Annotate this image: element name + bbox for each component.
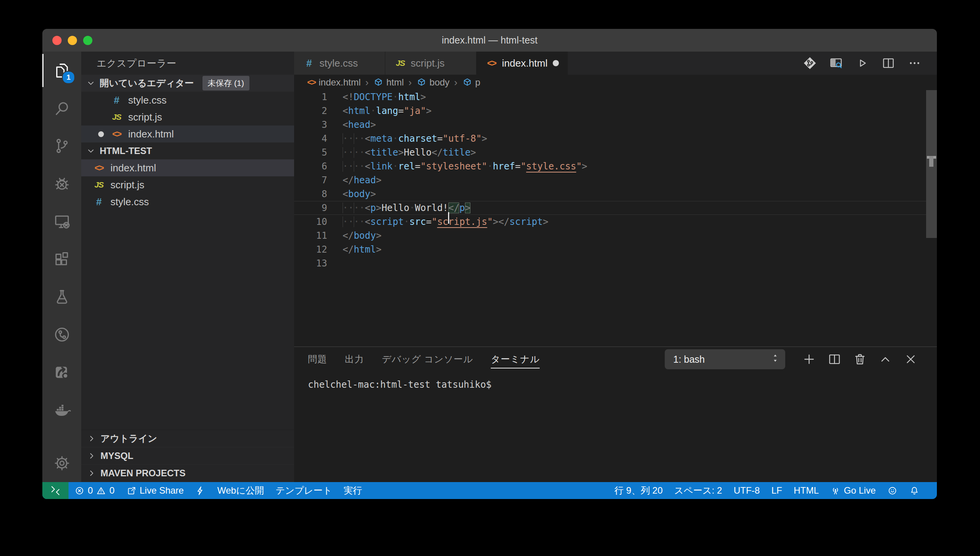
run-file-button[interactable] — [855, 56, 869, 70]
panel-controls: 1: bash — [665, 347, 937, 372]
tab-script.js[interactable]: JSscript.js — [385, 52, 477, 75]
code-line-4[interactable]: 4····<meta·charset="utf-8"> — [294, 132, 937, 146]
indent-whitespace: ···· — [343, 216, 365, 227]
activity-item-explorer[interactable]: 1 — [42, 52, 81, 89]
activity-item-deploy[interactable] — [42, 353, 81, 391]
maximize-panel-button[interactable] — [878, 352, 892, 366]
code-line-12[interactable]: 12</html> — [294, 243, 937, 256]
status-bolt[interactable] — [189, 482, 211, 499]
status-template[interactable]: テンプレート — [270, 482, 338, 499]
breadcrumb-item-p[interactable]: p — [462, 77, 480, 88]
titlebar[interactable]: index.html — html-test — [42, 29, 937, 52]
sidebar-section-MYSQL[interactable]: MYSQL — [81, 447, 294, 465]
activity-item-search[interactable] — [42, 89, 81, 127]
modified-dot-icon — [98, 131, 110, 137]
activity-item-docker[interactable] — [42, 391, 81, 429]
smiley-icon — [887, 486, 898, 496]
js-file-icon: JS — [394, 59, 407, 68]
open-preview-button[interactable] — [829, 56, 843, 70]
status-encoding[interactable]: UTF-8 — [728, 482, 766, 499]
debug-icon — [53, 175, 71, 193]
tree-item-style.css[interactable]: #style.css — [81, 193, 294, 210]
close-window-button[interactable] — [52, 36, 62, 45]
code-line-5[interactable]: 5····<title>Hello</title> — [294, 146, 937, 159]
terminal-content[interactable]: chelchel-mac:html-test tatsuhiko$ — [294, 372, 937, 482]
breadcrumb-item-html[interactable]: html — [373, 77, 404, 88]
tree-item-index.html[interactable]: <>index.html — [81, 159, 294, 176]
folder-header-html-test[interactable]: HTML-TEST — [81, 142, 294, 159]
code-line-9[interactable]: 9····<p>Hello·World!</p> — [294, 201, 937, 215]
status-run[interactable]: 実行 — [338, 482, 368, 499]
code-line-2[interactable]: 2<html·lang="ja"> — [294, 104, 937, 118]
maximize-window-button[interactable] — [83, 36, 92, 45]
breadcrumb-item-body[interactable]: body — [416, 77, 450, 88]
activity-item-source-control[interactable] — [42, 127, 81, 165]
open-editor-item-style.css[interactable]: #style.css — [81, 92, 294, 109]
panel-tab-問題[interactable]: 問題 — [308, 347, 327, 372]
status-label: UTF-8 — [734, 485, 760, 496]
open-editors-header[interactable]: 開いているエディター未保存 (1) — [81, 75, 294, 92]
file-label: style.css — [128, 94, 167, 106]
status-publish-web[interactable]: Webに公開 — [211, 482, 269, 499]
open-editor-item-script.js[interactable]: JSscript.js — [81, 109, 294, 126]
split-icon — [828, 352, 841, 366]
activity-item-manage[interactable] — [42, 444, 81, 482]
code-line-8[interactable]: 8<body> — [294, 187, 937, 201]
code-line-13[interactable]: 13 — [294, 256, 937, 270]
status-remote[interactable] — [42, 482, 69, 499]
code-line-text: ····<script·src="script.js"></script> — [343, 215, 937, 229]
kill-terminal-button[interactable] — [853, 352, 867, 366]
panel-tab-デバッグ コンソール[interactable]: デバッグ コンソール — [382, 347, 473, 372]
status-feedback[interactable] — [881, 482, 903, 499]
status-label: Webに公開 — [217, 484, 264, 497]
sidebar-section-MAVEN PROJECTS[interactable]: MAVEN PROJECTS — [81, 465, 294, 482]
editor-scrollbar[interactable] — [926, 90, 937, 347]
split-terminal-button[interactable] — [828, 352, 841, 366]
tab-index.html[interactable]: <>index.html — [477, 52, 568, 75]
bolt-icon — [195, 486, 206, 496]
terminal-shell-selector[interactable]: 1: bash — [665, 349, 785, 369]
status-problems[interactable]: 00 — [69, 482, 120, 499]
minimize-window-button[interactable] — [68, 36, 77, 45]
new-terminal-button[interactable] — [802, 352, 816, 366]
breadcrumb-item-index.html[interactable]: <>index.html — [307, 77, 361, 88]
status-indentation[interactable]: スペース: 2 — [669, 482, 728, 499]
panel-tab-ターミナル[interactable]: ターミナル — [491, 347, 540, 372]
status-cursor-position[interactable]: 行 9、列 20 — [609, 482, 668, 499]
more-actions-button[interactable] — [908, 56, 921, 70]
code-line-10[interactable]: 10····<script·src="script.js"></script> — [294, 215, 937, 229]
activity-item-remote-explorer[interactable] — [42, 203, 81, 240]
line-number: 11 — [294, 229, 327, 243]
code-line-11[interactable]: 11</body> — [294, 229, 937, 243]
js-file-icon: JS — [110, 112, 124, 122]
status-eol[interactable]: LF — [766, 482, 788, 499]
code-line-1[interactable]: 1<!DOCTYPE·html> — [294, 90, 937, 104]
code-line-7[interactable]: 7</head> — [294, 173, 937, 187]
activity-item-run-debug[interactable] — [42, 165, 81, 203]
broadcast-icon — [830, 486, 841, 496]
open-changes-button[interactable] — [803, 56, 817, 70]
code-editor[interactable]: 1<!DOCTYPE·html>2<html·lang="ja">3<head>… — [294, 90, 937, 347]
css-file-icon: # — [303, 57, 316, 69]
tree-item-script.js[interactable]: JSscript.js — [81, 176, 294, 193]
code-line-6[interactable]: 6····<link·rel="stylesheet"·href="style.… — [294, 159, 937, 173]
status-notifications[interactable] — [903, 482, 925, 499]
status-language-mode[interactable]: HTML — [788, 482, 824, 499]
sidebar-section-アウトライン[interactable]: アウトライン — [81, 430, 294, 447]
status-go-live[interactable]: Go Live — [824, 482, 881, 499]
activity-item-testing[interactable] — [42, 278, 81, 316]
split-editor-button[interactable] — [881, 56, 895, 70]
tab-style.css[interactable]: #style.css — [294, 52, 385, 75]
status-live-share[interactable]: Live Share — [120, 482, 190, 499]
panel-tab-出力[interactable]: 出力 — [345, 347, 364, 372]
modified-dot-icon[interactable] — [553, 60, 559, 66]
activity-item-project-manager[interactable] — [42, 316, 81, 353]
close-panel-button[interactable] — [904, 352, 918, 366]
line-number: 8 — [294, 187, 327, 201]
indent-whitespace: ···· — [343, 203, 365, 213]
open-editor-item-index.html[interactable]: <>index.html — [81, 126, 294, 142]
code-line-3[interactable]: 3<head> — [294, 118, 937, 132]
breadcrumb: <>index.html›html›body›p — [294, 75, 937, 90]
overview-ruler-marker — [929, 156, 933, 167]
activity-item-extensions[interactable] — [42, 240, 81, 278]
